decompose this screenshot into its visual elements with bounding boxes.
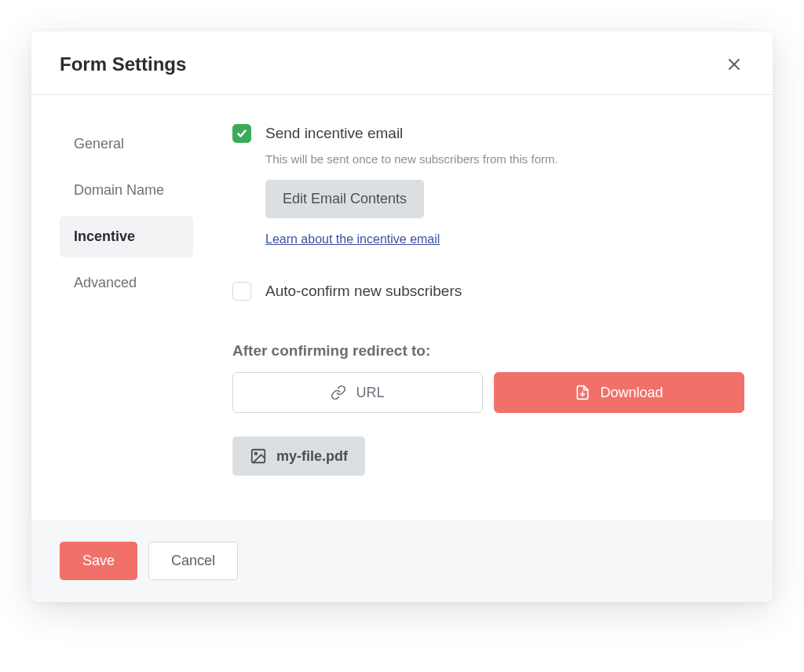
auto-confirm-label: Auto-confirm new subscribers — [265, 281, 744, 302]
redirect-heading: After confirming redirect to: — [232, 342, 744, 360]
link-icon — [331, 385, 346, 400]
auto-confirm-row: Auto-confirm new subscribers — [232, 281, 744, 302]
sidebar-item-general[interactable]: General — [60, 123, 193, 165]
modal-header: Form Settings — [31, 31, 773, 95]
send-incentive-checkbox[interactable] — [232, 124, 251, 143]
send-incentive-body: Send incentive email This will be sent o… — [265, 123, 744, 247]
learn-incentive-link[interactable]: Learn about the incentive email — [265, 232, 440, 247]
file-chip[interactable]: my-file.pdf — [232, 436, 365, 476]
modal-title: Form Settings — [60, 53, 186, 75]
cancel-button[interactable]: Cancel — [148, 542, 238, 580]
download-icon — [575, 385, 590, 400]
send-incentive-row: Send incentive email This will be sent o… — [232, 123, 744, 247]
sidebar-item-incentive[interactable]: Incentive — [60, 216, 193, 257]
image-icon — [250, 447, 267, 465]
settings-sidebar: General Domain Name Incentive Advanced — [60, 123, 193, 476]
redirect-url-button[interactable]: URL — [232, 372, 483, 413]
send-incentive-desc: This will be sent once to new subscriber… — [265, 152, 744, 166]
auto-confirm-body: Auto-confirm new subscribers — [265, 281, 744, 302]
url-button-label: URL — [356, 385, 384, 401]
edit-email-contents-button[interactable]: Edit Email Contents — [265, 180, 424, 218]
modal-footer: Save Cancel — [31, 520, 773, 602]
save-button[interactable]: Save — [60, 542, 137, 580]
close-icon — [727, 57, 741, 71]
redirect-button-group: URL Download — [232, 372, 744, 413]
sidebar-item-advanced[interactable]: Advanced — [60, 262, 193, 304]
settings-content: Send incentive email This will be sent o… — [232, 123, 744, 476]
download-button-label: Download — [600, 385, 663, 401]
check-icon — [236, 128, 247, 139]
redirect-section: After confirming redirect to: URL — [232, 342, 744, 476]
file-name: my-file.pdf — [276, 448, 348, 465]
close-button[interactable] — [724, 54, 744, 75]
auto-confirm-checkbox[interactable] — [232, 282, 251, 301]
redirect-download-button[interactable]: Download — [494, 372, 744, 413]
form-settings-modal: Form Settings General Domain Name Incent… — [31, 31, 773, 602]
modal-body: General Domain Name Incentive Advanced S… — [31, 95, 773, 520]
send-incentive-label: Send incentive email — [265, 123, 744, 144]
sidebar-item-domain-name[interactable]: Domain Name — [60, 170, 193, 211]
svg-point-4 — [254, 453, 257, 455]
